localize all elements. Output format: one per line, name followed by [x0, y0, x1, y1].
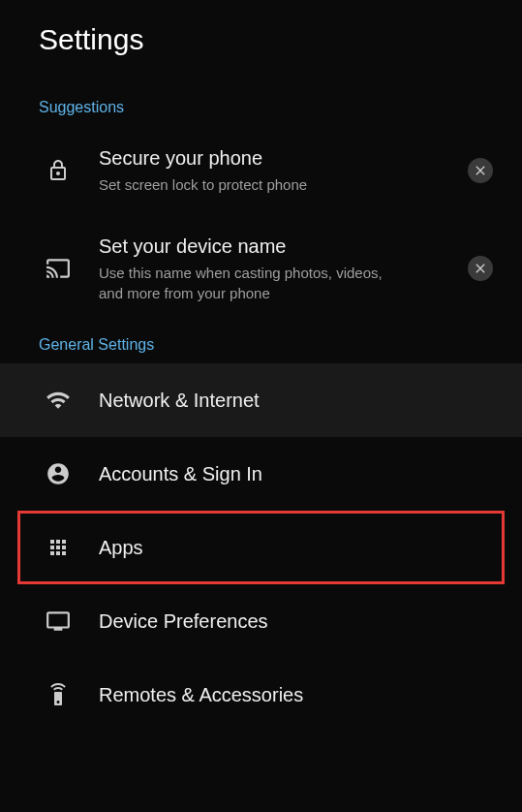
suggestion-secure-phone[interactable]: Secure your phone Set screen lock to pro… [0, 126, 522, 214]
general-settings-header: General Settings [0, 323, 522, 363]
account-icon [45, 460, 72, 487]
monitor-icon [45, 608, 72, 635]
wifi-icon [45, 387, 72, 414]
apps-icon [45, 534, 72, 561]
settings-item-label: Remotes & Accessories [99, 682, 503, 707]
suggestions-header: Suggestions [0, 85, 522, 126]
cast-icon [45, 255, 72, 282]
settings-item-accounts[interactable]: Accounts & Sign In [0, 437, 522, 511]
suggestion-title: Set your device name [99, 234, 468, 259]
remote-icon [45, 681, 72, 708]
suggestion-content: Set your device name Use this name when … [99, 234, 468, 303]
settings-item-device-preferences[interactable]: Device Preferences [0, 584, 522, 658]
suggestion-subtitle: Set screen lock to protect phone [99, 174, 409, 195]
settings-item-label: Network & Internet [99, 388, 503, 413]
suggestion-subtitle: Use this name when casting photos, video… [99, 263, 409, 303]
page-title: Settings [39, 23, 483, 56]
settings-item-network[interactable]: Network & Internet [0, 363, 522, 437]
settings-item-apps[interactable]: Apps [17, 511, 505, 584]
dismiss-button[interactable] [468, 158, 493, 183]
dismiss-button[interactable] [468, 256, 493, 281]
settings-item-label: Device Preferences [99, 609, 503, 634]
lock-icon [45, 157, 72, 184]
suggestion-device-name[interactable]: Set your device name Use this name when … [0, 214, 522, 323]
suggestion-title: Secure your phone [99, 145, 468, 171]
suggestion-content: Secure your phone Set screen lock to pro… [99, 145, 468, 195]
settings-item-remotes[interactable]: Remotes & Accessories [0, 658, 522, 732]
settings-item-label: Apps [99, 535, 485, 560]
settings-item-label: Accounts & Sign In [99, 461, 503, 486]
page-header: Settings [0, 0, 522, 85]
